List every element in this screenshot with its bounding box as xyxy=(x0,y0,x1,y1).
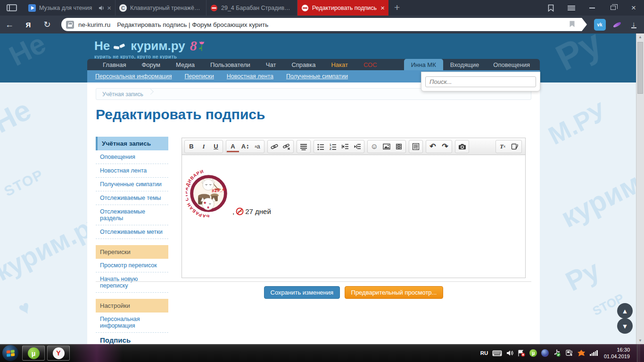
scrollbar-down-icon[interactable]: ▼ xyxy=(636,338,644,343)
underline-icon[interactable]: U xyxy=(210,141,222,152)
volume-icon[interactable] xyxy=(506,350,513,356)
address-bar[interactable]: ne-kurim.ru Редактировать подпись | Фору… xyxy=(61,18,582,31)
nav-item-users[interactable]: Пользователи xyxy=(210,61,250,68)
smiley-icon[interactable]: ☺ xyxy=(368,141,380,152)
power-plug-icon[interactable] xyxy=(565,349,573,357)
nav-item-media[interactable]: Медиа xyxy=(176,61,195,68)
browser-tab-typing[interactable]: C Клавиатурный тренажёр – xyxy=(116,0,206,16)
text-color-icon[interactable]: A xyxy=(227,142,239,152)
numbered-list-icon[interactable]: 12 xyxy=(327,141,339,152)
close-window-button[interactable]: × xyxy=(623,0,644,16)
system-tray: RU µ 16:30 01.04.2019 xyxy=(480,344,640,362)
minimize-button[interactable] xyxy=(582,0,603,16)
screenshot-camera-icon[interactable] xyxy=(456,141,468,152)
bookmark-icon[interactable] xyxy=(569,21,575,29)
subnav-conversations[interactable]: Переписки xyxy=(185,73,214,80)
nav-item-main[interactable]: Главная xyxy=(103,61,126,68)
editor-mode-icon[interactable] xyxy=(509,141,521,152)
font-size-icon[interactable]: A▲▼ xyxy=(239,141,251,152)
no-smoking-icon xyxy=(301,4,309,12)
sidebar-item-start-conversation[interactable]: Начать новую переписку xyxy=(96,272,168,293)
nav-item-nakat[interactable]: Накат xyxy=(331,61,348,68)
sidebar-item-personal-info[interactable]: Персональная информация xyxy=(96,313,168,333)
close-tab-icon[interactable]: × xyxy=(380,4,385,12)
align-icon[interactable] xyxy=(297,141,310,152)
scrollbar-thumb[interactable] xyxy=(637,42,643,94)
browser-globe-icon[interactable] xyxy=(541,349,549,357)
subnav-personal-info[interactable]: Персональная информация xyxy=(95,73,172,80)
site-logo[interactable]: Не курим.ру 8 курить не круто, круто не … xyxy=(94,38,206,59)
avast-icon[interactable] xyxy=(577,349,586,357)
scroll-to-top-button[interactable]: ▲ xyxy=(617,303,633,319)
save-button[interactable]: Сохранить изменения xyxy=(264,286,340,299)
feather-extension-icon[interactable] xyxy=(611,19,623,30)
utorrent-tray-icon[interactable]: µ xyxy=(529,349,537,357)
tab-username[interactable]: Инна МК xyxy=(404,59,443,70)
action-center-flag-icon[interactable] xyxy=(518,350,525,357)
browser-tab-signature[interactable]: Редактировать подпись × xyxy=(297,0,388,16)
subnav-likes[interactable]: Полученные симпатии xyxy=(286,73,348,80)
indent-icon[interactable] xyxy=(351,141,363,152)
usb-device-icon[interactable] xyxy=(553,349,561,357)
quote-block-icon[interactable] xyxy=(410,141,422,152)
remove-format-icon[interactable]: Tx xyxy=(496,141,509,152)
font-family-icon[interactable]: aa xyxy=(251,141,264,152)
sidebar-item-watched-forums[interactable]: Отслеживаемые разделы xyxy=(96,205,168,225)
tab-inbox[interactable]: Входящие xyxy=(443,59,487,70)
browser-tab-drum[interactable]: 29_4 Барабан Страдивари xyxy=(206,0,297,16)
undo-icon[interactable]: ↶ xyxy=(427,141,439,152)
start-button[interactable] xyxy=(2,345,18,361)
new-tab-button[interactable]: + xyxy=(394,2,400,13)
insert-link-icon[interactable] xyxy=(268,141,281,152)
subnav-news-feed[interactable]: Новостная лента xyxy=(227,73,273,80)
preview-button[interactable]: Предварительный просмотр... xyxy=(345,286,444,299)
watermark-text: курим.ру xyxy=(556,148,644,234)
sidebar-item-view-conversations[interactable]: Просмотр переписок xyxy=(96,259,168,272)
sidebar-item-alerts[interactable]: Оповещения xyxy=(96,150,168,164)
downloads-icon[interactable]: ↓ xyxy=(631,21,637,28)
sidebar-item-likes[interactable]: Полученные симпатии xyxy=(96,178,168,191)
scroll-to-bottom-button[interactable]: ▼ xyxy=(617,318,633,334)
signature-content-area[interactable]: ★ #29_4 БАРАБАН СТРАДИВАРИ , xyxy=(182,155,525,278)
sidebar-item-news-feed[interactable]: Новостная лента xyxy=(96,164,168,178)
yandex-button[interactable]: Я xyxy=(19,21,38,29)
clock-date: 01.04.2019 xyxy=(604,353,630,360)
side-panel-icon[interactable] xyxy=(7,4,17,11)
network-signal-icon[interactable] xyxy=(590,350,598,356)
nav-item-help[interactable]: Справка xyxy=(291,61,315,68)
sidebar-item-watched-tags[interactable]: Отслеживаемые метки xyxy=(96,225,168,239)
taskbar-yandex-button[interactable]: Y xyxy=(47,346,70,361)
remove-link-icon[interactable] xyxy=(281,141,293,152)
bold-icon[interactable]: B xyxy=(185,141,198,152)
sidebar-item-signature[interactable]: Подпись xyxy=(96,333,168,344)
sidebar-item-watched-threads[interactable]: Отслеживаемые темы xyxy=(96,191,168,205)
insert-media-icon[interactable] xyxy=(393,141,405,152)
italic-icon[interactable]: I xyxy=(198,141,210,152)
menu-icon[interactable] xyxy=(561,0,582,16)
show-desktop-button[interactable] xyxy=(637,344,640,362)
language-indicator[interactable]: RU xyxy=(480,350,488,356)
tab-alerts[interactable]: Оповещения xyxy=(486,59,537,70)
bookmarks-panel-icon[interactable] xyxy=(540,0,561,16)
nav-item-sos[interactable]: СОС xyxy=(363,61,377,68)
taskbar-clock[interactable]: 16:30 01.04.2019 xyxy=(604,346,630,360)
taskbar-utorrent-button[interactable]: µ xyxy=(22,346,45,361)
redo-icon[interactable]: ↷ xyxy=(439,141,451,152)
breadcrumb-account-link[interactable]: Учётная запись xyxy=(102,91,156,98)
nav-item-forum[interactable]: Форум xyxy=(141,61,160,68)
close-tab-icon[interactable]: × xyxy=(107,4,111,12)
keyboard-icon[interactable] xyxy=(492,350,502,356)
browser-tab-music[interactable]: Музыка для чтения × xyxy=(25,0,116,16)
back-button[interactable]: ← xyxy=(0,20,19,30)
scrollbar-up-icon[interactable]: ▲ xyxy=(636,35,644,39)
page-scrollbar[interactable]: ▲ ▼ xyxy=(636,33,644,344)
insert-image-icon[interactable] xyxy=(380,141,393,152)
search-input[interactable] xyxy=(425,76,536,87)
sidebar-section-account: Учётная запись xyxy=(96,137,168,150)
restore-button[interactable] xyxy=(603,0,623,16)
outdent-icon[interactable] xyxy=(339,141,351,152)
vk-extension-icon[interactable]: vk xyxy=(594,19,606,31)
nav-item-chat[interactable]: Чат xyxy=(266,61,276,68)
bullet-list-icon[interactable] xyxy=(314,141,327,152)
refresh-button[interactable]: ↻ xyxy=(38,19,57,30)
